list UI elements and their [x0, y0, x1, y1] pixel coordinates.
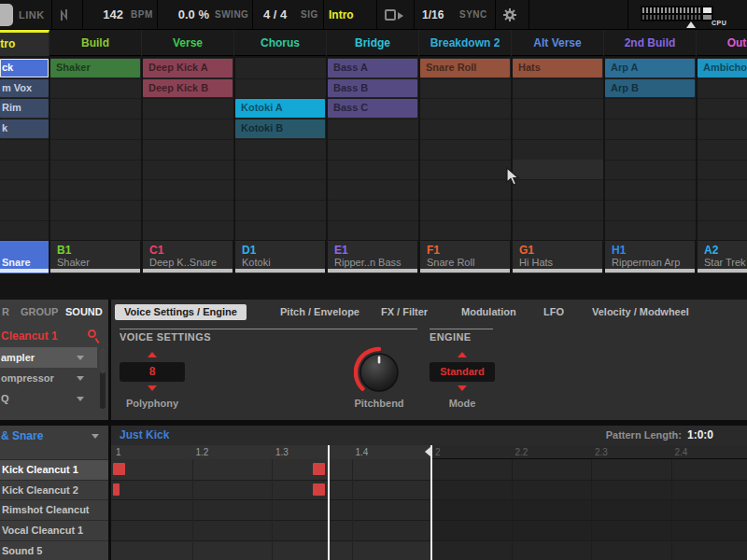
group-cell-d1[interactable]: D1Kotoki	[235, 241, 325, 273]
group-name-label: Snare Roll	[427, 257, 508, 268]
pattern-cell-k[interactable]: k	[0, 119, 49, 138]
scene-tab-label: Intro	[0, 33, 49, 56]
maschine-logo-button[interactable]	[0, 4, 13, 26]
sync-label[interactable]: SYNC	[459, 0, 487, 30]
swing-label: SWING	[215, 0, 248, 30]
bpm-value[interactable]: 142	[92, 0, 123, 30]
pattern-cell-label: Bass B	[328, 79, 417, 97]
step-note[interactable]	[113, 483, 120, 496]
search-icon[interactable]	[88, 329, 96, 338]
pattern-cell-arp-a[interactable]: Arp A	[605, 59, 695, 77]
group-cell-h1[interactable]: H1Ripperman Arp	[605, 241, 695, 273]
pattern-end-line[interactable]	[430, 445, 432, 560]
group-cell-e1[interactable]: E1Ripper..n Bass	[328, 241, 417, 273]
pattern-cell-snare-roll[interactable]: Snare Roll	[420, 59, 510, 77]
beat-gridline	[671, 459, 672, 560]
playhead[interactable]	[328, 445, 330, 560]
scene-tab-bridge[interactable]: Bridge	[327, 30, 419, 56]
settings-gear-icon[interactable]	[502, 7, 517, 22]
tab-voice-settings-engine[interactable]: Voice Settings / Engine	[115, 304, 247, 320]
sig-value[interactable]: 4 / 4	[263, 0, 287, 30]
quantize-value[interactable]: 1/16	[422, 0, 444, 30]
step-note[interactable]	[313, 463, 325, 475]
pattern-cell-deep-kick-a[interactable]: Deep Kick A	[143, 59, 233, 77]
tab-pitch-envelope[interactable]: Pitch / Envelope	[280, 304, 359, 320]
hovered-empty-cell[interactable]	[513, 160, 603, 180]
chevron-down-icon[interactable]	[77, 356, 84, 360]
lower-section: R GROUP SOUND Cleancut 1 amplerompressor…	[0, 300, 747, 560]
tab-group[interactable]: GROUP	[21, 300, 58, 325]
timeline-ruler-active[interactable]	[111, 445, 431, 459]
pattern-cell-bass-c[interactable]: Bass C	[328, 99, 417, 118]
scene-tab-breakdown-2[interactable]: Breakdown 2	[419, 30, 512, 56]
group-cell-b1[interactable]: B1Shaker	[50, 241, 140, 273]
scene-tab-verse[interactable]: Verse	[142, 30, 234, 56]
pattern-name[interactable]: Just Kick	[120, 425, 169, 445]
plugin-item-ompressor[interactable]: ompressor	[0, 368, 97, 388]
meter-marker-triangle[interactable]	[686, 21, 696, 28]
mode-value[interactable]: Standard	[430, 362, 495, 382]
scene-tab-2nd-build[interactable]: 2nd Build	[604, 30, 697, 56]
pattern-cell-arp-b[interactable]: Arp B	[605, 79, 695, 98]
section-display[interactable]: Intro	[329, 0, 354, 30]
pattern-length-value[interactable]: 1:0:0	[687, 425, 743, 445]
plugin-item-ampler[interactable]: ampler	[0, 347, 97, 368]
step-note[interactable]	[113, 463, 125, 475]
polyphony-value[interactable]: 8	[120, 362, 185, 382]
plugin-item-q[interactable]: Q	[0, 388, 97, 409]
scene-tab-outro[interactable]: Outro	[697, 30, 747, 56]
plugin-scrollbar-thumb[interactable]	[100, 347, 106, 373]
pitchbend-knob[interactable]	[354, 344, 404, 399]
sound-name-header[interactable]: Cleancut 1	[1, 326, 58, 346]
swing-value[interactable]: 0.0 %	[166, 0, 209, 30]
polyphony-decrement-button[interactable]	[148, 385, 157, 391]
group-name-label: Deep K..Snare	[149, 257, 231, 268]
group-cell-a2[interactable]: A2Star Trek	[698, 241, 747, 273]
pattern-cell-ambichor[interactable]: Ambichor	[698, 59, 747, 77]
chevron-down-icon[interactable]	[77, 397, 84, 401]
scene-tab-chorus[interactable]: Chorus	[234, 30, 327, 56]
chevron-down-icon[interactable]	[77, 376, 84, 381]
pattern-cell-label: Arp B	[605, 79, 695, 97]
level-meter-bars-top	[642, 7, 700, 13]
pattern-cell-deep-kick-b[interactable]: Deep Kick B	[143, 79, 233, 98]
pattern-cell-rim[interactable]: Rim	[0, 99, 49, 118]
link-button[interactable]: LINK	[19, 0, 45, 30]
horizontal-divider[interactable]	[0, 420, 747, 426]
pattern-cell-shaker[interactable]: Shaker	[50, 59, 140, 77]
pattern-cell-bass-a[interactable]: Bass A	[328, 59, 417, 77]
pattern-cell-ck[interactable]: ck	[0, 59, 49, 77]
group-name-label: Ripperman Arp	[612, 257, 693, 268]
scene-tab-label: Outro	[697, 30, 747, 56]
scene-tab-intro[interactable]: Intro	[0, 30, 49, 56]
ruler-tick: 2	[435, 445, 441, 459]
mouse-cursor	[506, 167, 521, 188]
pattern-cell-m-vox[interactable]: m Vox	[0, 79, 49, 98]
group-cell-f1[interactable]: F1Snare Roll	[420, 241, 510, 273]
group-cell-selected[interactable]: Snare	[0, 241, 49, 273]
tab-master[interactable]: R	[2, 300, 9, 325]
scene-tab-alt-verse[interactable]: Alt Verse	[512, 30, 604, 56]
group-cell-c1[interactable]: C1Deep K..Snare	[143, 241, 233, 273]
tab-velocity-modwheel[interactable]: Velocity / Modwheel	[592, 304, 689, 320]
pattern-end-marker[interactable]	[422, 445, 433, 459]
pattern-cell-hats[interactable]: Hats	[513, 59, 602, 77]
tab-lfo[interactable]: LFO	[543, 304, 564, 320]
tab-sound[interactable]: SOUND	[65, 300, 103, 325]
follow-playhead-icon[interactable]	[385, 9, 396, 21]
grid-row-line	[0, 160, 747, 161]
polyphony-increment-button[interactable]	[148, 352, 157, 357]
scene-tab-build[interactable]: Build	[49, 30, 142, 56]
pattern-cell-kotoki-a[interactable]: Kotoki A	[235, 99, 325, 118]
pattern-cell-bass-b[interactable]: Bass B	[328, 79, 417, 98]
mode-decrement-button[interactable]	[458, 385, 467, 391]
group-cell-g1[interactable]: G1Hi Hats	[513, 241, 602, 273]
tab-fx-filter[interactable]: FX / Filter	[381, 304, 428, 320]
pattern-cell-kotoki-b[interactable]: Kotoki B	[235, 119, 325, 138]
panel-divider[interactable]	[108, 300, 111, 560]
mode-increment-button[interactable]	[458, 352, 467, 357]
tab-modulation[interactable]: Modulation	[461, 304, 516, 320]
step-note[interactable]	[313, 483, 325, 496]
plugin-scrollbar[interactable]	[100, 347, 106, 409]
knob-pointer	[378, 357, 381, 364]
